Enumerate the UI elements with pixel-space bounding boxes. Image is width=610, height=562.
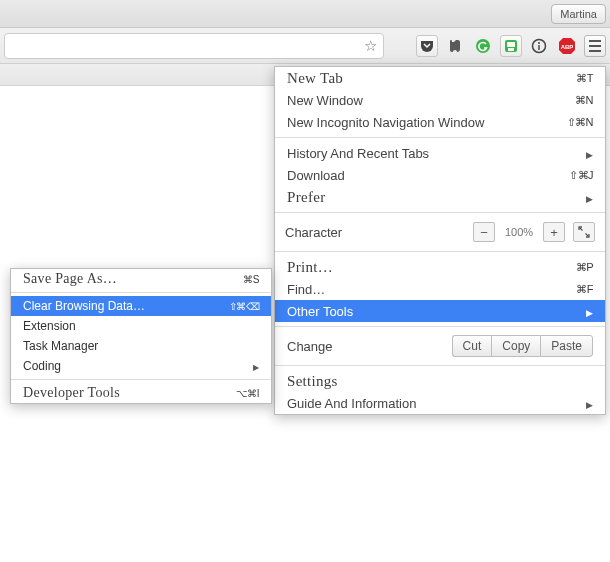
- submenu-extension[interactable]: Extension: [11, 316, 271, 336]
- submenu-clear-data[interactable]: Clear Browsing Data…⇧⌘⌫: [11, 296, 271, 316]
- menu-edit-row: Change Cut Copy Paste: [275, 331, 605, 361]
- submenu-task-manager[interactable]: Task Manager: [11, 336, 271, 356]
- grammarly-icon[interactable]: [472, 35, 494, 57]
- svg-point-5: [538, 42, 540, 44]
- menu-zoom-row: Character − 100% +: [275, 217, 605, 247]
- menu-find[interactable]: Find…⌘F: [275, 278, 605, 300]
- menu-print[interactable]: Print…⌘P: [275, 256, 605, 278]
- menu-separator: [11, 292, 271, 293]
- main-menu: New Tab⌘T New Window⌘N New Incognito Nav…: [274, 66, 606, 415]
- cut-button[interactable]: Cut: [452, 335, 492, 357]
- chevron-right-icon: [586, 396, 593, 411]
- paste-button[interactable]: Paste: [540, 335, 593, 357]
- menu-new-tab[interactable]: New Tab⌘T: [275, 67, 605, 89]
- menu-separator: [275, 212, 605, 213]
- copy-button[interactable]: Copy: [491, 335, 540, 357]
- menu-history[interactable]: History And Recent Tabs: [275, 142, 605, 164]
- menu-incognito[interactable]: New Incognito Navigation Window⇧⌘N: [275, 111, 605, 133]
- chevron-right-icon: [586, 190, 593, 205]
- svg-rect-6: [538, 45, 539, 50]
- menu-prefer[interactable]: Prefer: [275, 186, 605, 208]
- edit-label: Change: [287, 339, 333, 354]
- menu-separator: [275, 137, 605, 138]
- other-tools-submenu: Save Page As…⌘S Clear Browsing Data…⇧⌘⌫ …: [10, 268, 272, 404]
- browser-toolbar: ☆ ABP: [0, 28, 610, 64]
- submenu-coding[interactable]: Coding: [11, 356, 271, 376]
- menu-other-tools[interactable]: Other Tools: [275, 300, 605, 322]
- zoom-out-button[interactable]: −: [473, 222, 495, 242]
- evernote-icon[interactable]: [444, 35, 466, 57]
- info-icon[interactable]: [528, 35, 550, 57]
- menu-download[interactable]: Download⇧⌘J: [275, 164, 605, 186]
- menu-settings[interactable]: Settings: [275, 370, 605, 392]
- title-bar: Martina: [0, 0, 610, 28]
- zoom-value: 100%: [499, 226, 539, 238]
- star-icon[interactable]: ☆: [364, 37, 377, 55]
- user-profile-button[interactable]: Martina: [551, 4, 606, 24]
- zoom-label: Character: [285, 225, 342, 240]
- svg-text:ABP: ABP: [561, 44, 574, 50]
- submenu-save-as[interactable]: Save Page As…⌘S: [11, 269, 271, 289]
- chevron-right-icon: [586, 304, 593, 319]
- chevron-right-icon: [253, 359, 259, 373]
- zoom-in-button[interactable]: +: [543, 222, 565, 242]
- chevron-right-icon: [586, 146, 593, 161]
- menu-separator: [11, 379, 271, 380]
- svg-rect-3: [508, 48, 514, 51]
- menu-guide[interactable]: Guide And Information: [275, 392, 605, 414]
- omnibox-wrap: ☆: [4, 33, 408, 59]
- print-icon[interactable]: [500, 35, 522, 57]
- abp-icon[interactable]: ABP: [556, 35, 578, 57]
- menu-new-window[interactable]: New Window⌘N: [275, 89, 605, 111]
- svg-rect-2: [507, 42, 515, 47]
- omnibox[interactable]: ☆: [4, 33, 384, 59]
- fullscreen-button[interactable]: [573, 222, 595, 242]
- menu-separator: [275, 326, 605, 327]
- submenu-dev-tools[interactable]: Developer Tools⌥⌘I: [11, 383, 271, 403]
- hamburger-icon[interactable]: [584, 35, 606, 57]
- pocket-icon[interactable]: [416, 35, 438, 57]
- menu-separator: [275, 251, 605, 252]
- menu-separator: [275, 365, 605, 366]
